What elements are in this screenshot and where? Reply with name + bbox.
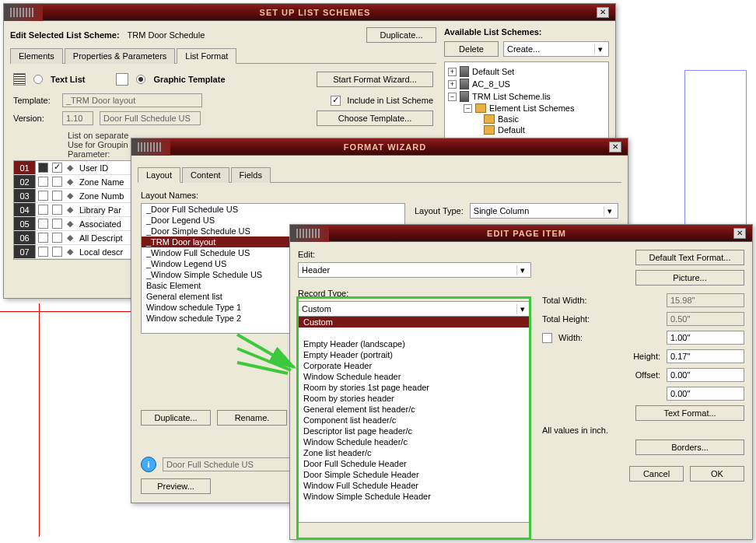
tab-layout[interactable]: Layout bbox=[138, 167, 180, 183]
table-row[interactable]: 05◆Associated bbox=[14, 217, 137, 231]
graphic-template-label: Graphic Template bbox=[153, 75, 225, 84]
list-item[interactable] bbox=[299, 328, 530, 338]
offset2-field[interactable]: 0.00" bbox=[667, 387, 744, 401]
picture-button[interactable]: Picture... bbox=[635, 270, 744, 286]
close-icon[interactable]: ✕ bbox=[597, 7, 609, 18]
preview-button[interactable]: Preview... bbox=[141, 478, 211, 494]
edit-scheme-label: Edit Selected List Scheme: bbox=[10, 30, 120, 40]
tab-elements[interactable]: Elements bbox=[10, 48, 63, 64]
graphic-template-radio[interactable] bbox=[136, 75, 145, 84]
list-item[interactable]: Window Schedule header/c bbox=[299, 436, 530, 447]
delete-button[interactable]: Delete bbox=[444, 41, 499, 57]
list-item[interactable]: Door Simple Schedule Header bbox=[299, 469, 530, 480]
titlebar[interactable]: Set Up List Schemes ✕ bbox=[4, 4, 615, 21]
tree-item[interactable]: Default bbox=[448, 124, 605, 135]
list-item[interactable]: Empty Header (landscape) bbox=[299, 338, 530, 349]
table-row[interactable]: 03◆Zone Numb bbox=[14, 189, 137, 203]
total-height-field: 0.50" bbox=[667, 312, 744, 326]
close-icon[interactable]: ✕ bbox=[733, 228, 746, 239]
tab-properties[interactable]: Properties & Parameters bbox=[65, 48, 175, 64]
table-row[interactable]: 02◆Zone Name bbox=[14, 175, 137, 189]
row-checkbox[interactable] bbox=[38, 163, 48, 173]
window-title: Set Up List Schemes bbox=[33, 8, 597, 17]
folder-icon bbox=[475, 103, 486, 113]
close-icon[interactable]: ✕ bbox=[609, 142, 621, 152]
offset-field[interactable]: 0.00" bbox=[667, 368, 744, 382]
titlebar[interactable]: Edit Page Item ✕ bbox=[290, 225, 752, 242]
table-row[interactable]: 06◆All Descript bbox=[14, 231, 137, 245]
height-field[interactable]: 0.17" bbox=[667, 349, 744, 363]
list-item[interactable]: Zone list header/c bbox=[299, 447, 530, 458]
edit-scheme-value: TRM Door Schedule bbox=[128, 30, 205, 40]
list-item[interactable]: Empty Header (portrait) bbox=[299, 349, 530, 360]
version-label: Version: bbox=[13, 114, 56, 123]
list-item[interactable]: _Door Full Schedule US bbox=[142, 204, 404, 215]
tab-content[interactable]: Content bbox=[182, 167, 229, 183]
tree-item[interactable]: +Default Set bbox=[448, 65, 605, 78]
edit-dropdown[interactable]: Header▾ bbox=[298, 262, 531, 278]
table-row[interactable]: 04◆Library Par bbox=[14, 203, 137, 217]
edit-label: Edit: bbox=[298, 250, 531, 259]
folder-icon bbox=[484, 114, 495, 124]
list-item[interactable]: Room by stories header bbox=[299, 393, 530, 404]
width-label: Width: bbox=[558, 333, 660, 342]
list-item[interactable]: Window Simple Schedule Header bbox=[299, 491, 530, 502]
list-item[interactable]: Window Full Schedule Header bbox=[299, 480, 530, 491]
table-row[interactable]: 07◆Local descr bbox=[14, 245, 137, 259]
row-checkbox[interactable]: ✓ bbox=[52, 163, 62, 173]
layout-type-dropdown[interactable]: Single Column▾ bbox=[470, 203, 618, 219]
collapse-icon[interactable]: − bbox=[464, 104, 472, 113]
include-checkbox[interactable]: ✓ bbox=[331, 96, 341, 106]
info-icon: i bbox=[141, 457, 156, 472]
titlebar[interactable]: Format Wizard ✕ bbox=[131, 138, 628, 156]
tree-item[interactable]: +AC_8_US bbox=[448, 78, 605, 90]
tree-item[interactable]: −TRM List Scheme.lis bbox=[448, 90, 605, 103]
template-label: Template: bbox=[13, 96, 56, 105]
choose-template-button[interactable]: Choose Template... bbox=[317, 110, 433, 126]
tree-item[interactable]: −Element List Schemes bbox=[448, 103, 605, 114]
text-list-radio[interactable] bbox=[33, 75, 43, 84]
tabstrip: Elements Properties & Parameters List Fo… bbox=[10, 47, 436, 64]
list-item[interactable]: Door Full Schedule Header bbox=[299, 458, 530, 469]
duplicate-button[interactable]: Duplicate... bbox=[141, 410, 211, 426]
sort-icon[interactable]: ◆ bbox=[64, 163, 76, 173]
start-format-wizard-button[interactable]: Start Format Wizard... bbox=[317, 72, 433, 87]
grip-icon bbox=[10, 8, 33, 17]
tab-fields[interactable]: Fields bbox=[231, 167, 271, 183]
record-type-options[interactable]: Custom Empty Header (landscape)Empty Hea… bbox=[298, 317, 531, 523]
ok-button[interactable]: OK bbox=[690, 466, 744, 482]
scheme-tree[interactable]: +Default Set +AC_8_US −TRM List Scheme.l… bbox=[444, 61, 609, 139]
duplicate-button[interactable]: Duplicate... bbox=[366, 27, 436, 43]
collapse-icon[interactable]: − bbox=[448, 93, 457, 101]
chevron-down-icon: ▾ bbox=[594, 44, 605, 54]
list-item[interactable]: Custom bbox=[299, 317, 530, 328]
list-item[interactable]: General element list header/c bbox=[299, 404, 530, 415]
offset-label: Offset: bbox=[542, 370, 660, 380]
list-item[interactable]: Room by stories 1st page header bbox=[299, 382, 530, 393]
create-dropdown[interactable]: Create...▾ bbox=[503, 41, 609, 57]
table-row[interactable]: 01 ✓ ◆ User ID bbox=[14, 161, 137, 175]
list-item[interactable]: Component list header/c bbox=[299, 415, 530, 426]
cancel-button[interactable]: Cancel bbox=[629, 466, 684, 482]
width-field[interactable]: 1.00" bbox=[667, 331, 744, 345]
tree-item[interactable]: Basic bbox=[448, 114, 605, 124]
borders-button[interactable]: Borders... bbox=[635, 440, 744, 455]
width-checkbox[interactable] bbox=[542, 333, 552, 343]
text-format-button[interactable]: Text Format... bbox=[635, 405, 744, 421]
default-text-format-button[interactable]: Default Text Format... bbox=[635, 250, 744, 265]
expand-icon[interactable]: + bbox=[448, 68, 457, 76]
list-item[interactable]: Window Schedule header bbox=[299, 371, 530, 382]
grip-icon bbox=[138, 142, 161, 152]
record-type-dropdown[interactable]: Custom▾ bbox=[298, 301, 531, 317]
chevron-down-icon: ▾ bbox=[516, 304, 527, 314]
total-width-label: Total Width: bbox=[542, 296, 660, 305]
list-item[interactable]: Corporate Header bbox=[299, 360, 530, 371]
rename-button[interactable]: Rename. bbox=[217, 410, 287, 426]
layout-type-label: Layout Type: bbox=[415, 206, 464, 215]
file-icon bbox=[460, 66, 469, 77]
expand-icon[interactable]: + bbox=[448, 80, 457, 89]
chevron-down-icon: ▾ bbox=[604, 206, 614, 216]
list-item[interactable]: Descriptor list page header/c bbox=[299, 426, 530, 436]
tab-list-format[interactable]: List Format bbox=[177, 48, 236, 64]
height-label: Height: bbox=[542, 352, 660, 361]
